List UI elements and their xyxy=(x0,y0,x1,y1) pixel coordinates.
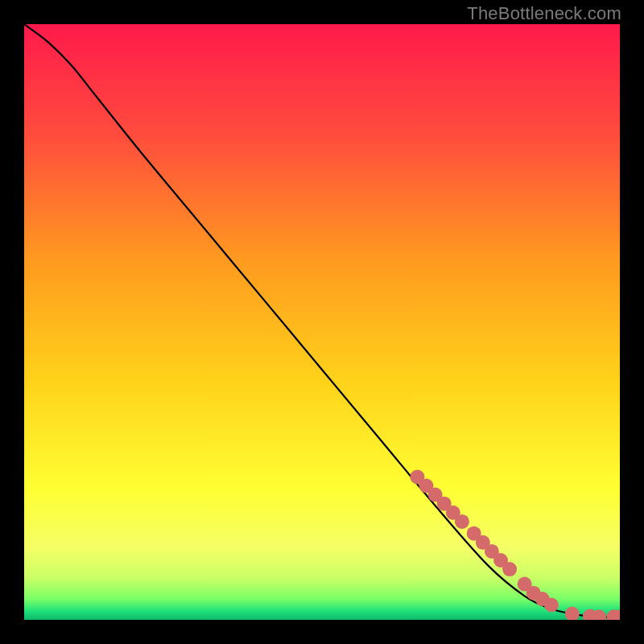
watermark-text: TheBottleneck.com xyxy=(467,3,621,24)
gradient-background xyxy=(24,24,620,620)
plot-area xyxy=(24,24,620,620)
highlight-dot xyxy=(502,562,517,576)
chart-svg xyxy=(24,24,620,620)
highlight-dot xyxy=(455,514,469,529)
highlight-dot xyxy=(544,598,559,613)
chart-frame: TheBottleneck.com xyxy=(0,0,644,644)
